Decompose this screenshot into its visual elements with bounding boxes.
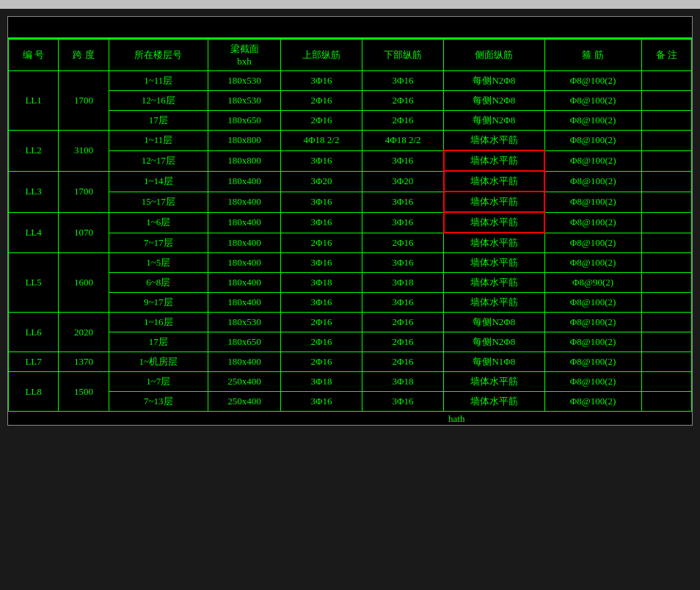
stirrup: Φ8@100(2) xyxy=(544,171,641,192)
floors: 15~17层 xyxy=(109,192,208,212)
table-row: LL117001~11层180x5303Φ163Φ16每侧N2Φ8Φ8@100(… xyxy=(9,71,692,91)
floors: 9~17层 xyxy=(109,293,208,313)
table-row: LL620201~16层180x5302Φ162Φ16每侧N2Φ8Φ8@100(… xyxy=(9,313,692,332)
top-rebar: 3Φ18 xyxy=(280,372,362,392)
bot-rebar: 3Φ16 xyxy=(362,392,444,412)
top-rebar: 3Φ18 xyxy=(280,273,362,293)
beam-id: LL5 xyxy=(9,253,59,313)
side-rebar: 每侧N2Φ8 xyxy=(444,91,544,111)
bot-rebar: 4Φ18 2/2 xyxy=(362,131,444,151)
bot-rebar: 3Φ16 xyxy=(362,71,444,91)
top-rebar: 2Φ16 xyxy=(280,91,362,111)
top-rebar: 3Φ16 xyxy=(280,253,362,273)
section: 180x400 xyxy=(208,293,281,313)
table-row: 7~17层180x4002Φ162Φ16墙体水平筋Φ8@100(2) xyxy=(9,233,692,253)
floors: 1~11层 xyxy=(109,131,208,151)
table-row: LL713701~机房层180x4002Φ162Φ16每侧N1Φ8Φ8@100(… xyxy=(9,352,692,372)
floors: 17层 xyxy=(109,332,208,352)
section: 180x400 xyxy=(208,171,281,192)
bot-rebar: 3Φ20 xyxy=(362,171,444,192)
beam-span: 1700 xyxy=(59,171,109,212)
side-rebar: 墙体水平筋 xyxy=(444,150,544,171)
bot-rebar: 2Φ16 xyxy=(362,313,444,332)
table-row: 12~16层180x5302Φ162Φ16每侧N2Φ8Φ8@100(2) xyxy=(9,91,692,111)
bottom-text: hath xyxy=(8,412,692,425)
table-row: LL410701~6层180x4003Φ163Φ16墙体水平筋Φ8@100(2) xyxy=(9,212,692,233)
section: 180x400 xyxy=(208,253,281,273)
top-rebar: 3Φ20 xyxy=(280,171,362,192)
col-header: 备 注 xyxy=(641,40,691,71)
top-rebar: 3Φ16 xyxy=(280,192,362,212)
table-title xyxy=(8,17,692,39)
section: 180x530 xyxy=(208,313,281,332)
stirrup: Φ8@100(2) xyxy=(544,212,641,233)
stirrup: Φ8@100(2) xyxy=(544,111,641,131)
section: 180x400 xyxy=(208,233,281,253)
side-rebar: 墙体水平筋 xyxy=(444,273,544,293)
top-rebar: 3Φ16 xyxy=(280,150,362,171)
rebar-table: 编 号跨 度所在楼层号梁截面bxh上部纵筋下部纵筋侧面纵筋箍 筋备 注 LL11… xyxy=(8,39,692,412)
floors: 1~11层 xyxy=(109,71,208,91)
top-rebar: 3Φ16 xyxy=(280,293,362,313)
table-row: LL516001~5层180x4003Φ163Φ16墙体水平筋Φ8@100(2) xyxy=(9,253,692,273)
stirrup: Φ8@100(2) xyxy=(544,392,641,412)
bot-rebar: 3Φ18 xyxy=(362,273,444,293)
note xyxy=(641,392,691,412)
top-rebar: 3Φ16 xyxy=(280,392,362,412)
floors: 6~8层 xyxy=(109,273,208,293)
side-rebar: 每侧N1Φ8 xyxy=(444,352,544,372)
side-rebar: 每侧N2Φ8 xyxy=(444,111,544,131)
bot-rebar: 3Φ16 xyxy=(362,150,444,171)
floors: 17层 xyxy=(109,111,208,131)
section: 180x400 xyxy=(208,352,281,372)
note xyxy=(641,352,691,372)
floors: 12~16层 xyxy=(109,91,208,111)
col-header: 跨 度 xyxy=(59,40,109,71)
col-header: 侧面纵筋 xyxy=(444,40,544,71)
table-row: 9~17层180x4003Φ163Φ16墙体水平筋Φ8@100(2) xyxy=(9,293,692,313)
stirrup: Φ8@100(2) xyxy=(544,293,641,313)
note xyxy=(641,150,691,171)
beam-id: LL6 xyxy=(9,313,59,352)
floors: 1~14层 xyxy=(109,171,208,192)
stirrup: Φ8@100(2) xyxy=(544,192,641,212)
col-header: 上部纵筋 xyxy=(280,40,362,71)
col-header: 所在楼层号 xyxy=(109,40,208,71)
beam-id: LL1 xyxy=(9,71,59,131)
beam-span: 3100 xyxy=(59,131,109,172)
section: 250x400 xyxy=(208,392,281,412)
table-row: LL231001~11层180x8004Φ18 2/24Φ18 2/2墙体水平筋… xyxy=(9,131,692,151)
floors: 1~6层 xyxy=(109,212,208,233)
bot-rebar: 2Φ16 xyxy=(362,352,444,372)
note xyxy=(641,111,691,131)
side-rebar: 墙体水平筋 xyxy=(444,192,544,212)
stirrup: Φ8@100(2) xyxy=(544,253,641,273)
bot-rebar: 2Φ16 xyxy=(362,233,444,253)
top-rebar: 2Φ16 xyxy=(280,313,362,332)
section: 250x400 xyxy=(208,372,281,392)
side-rebar: 墙体水平筋 xyxy=(444,233,544,253)
note xyxy=(641,171,691,192)
table-row: 15~17层180x4003Φ163Φ16墙体水平筋Φ8@100(2) xyxy=(9,192,692,212)
top-rebar: 2Φ16 xyxy=(280,332,362,352)
bot-rebar: 3Φ16 xyxy=(362,253,444,273)
stirrup: Φ8@100(2) xyxy=(544,150,641,171)
beam-id: LL4 xyxy=(9,212,59,253)
stirrup: Φ8@100(2) xyxy=(544,332,641,352)
section: 180x530 xyxy=(208,71,281,91)
note xyxy=(641,273,691,293)
stirrup: Φ8@90(2) xyxy=(544,273,641,293)
section: 180x530 xyxy=(208,91,281,111)
stirrup: Φ8@100(2) xyxy=(544,313,641,332)
top-bar xyxy=(0,0,700,9)
bot-rebar: 3Φ16 xyxy=(362,212,444,233)
note xyxy=(641,372,691,392)
side-rebar: 墙体水平筋 xyxy=(444,212,544,233)
bot-rebar: 3Φ16 xyxy=(362,192,444,212)
top-rebar: 4Φ18 2/2 xyxy=(280,131,362,151)
col-header: 箍 筋 xyxy=(544,40,641,71)
section: 180x800 xyxy=(208,150,281,171)
floors: 7~17层 xyxy=(109,233,208,253)
beam-id: LL3 xyxy=(9,171,59,212)
top-rebar: 3Φ16 xyxy=(280,212,362,233)
